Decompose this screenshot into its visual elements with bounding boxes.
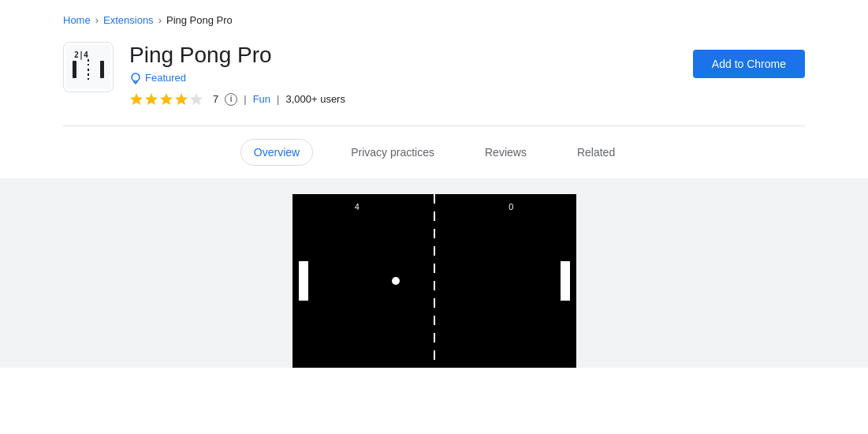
add-to-chrome-button[interactable]: Add to Chrome xyxy=(693,50,805,78)
content-area: 4 0 xyxy=(0,178,868,368)
users-count: 3,000+ users xyxy=(285,93,345,105)
svg-rect-3 xyxy=(69,61,73,65)
star-rating xyxy=(129,92,203,107)
svg-rect-2 xyxy=(73,61,76,78)
star-2 xyxy=(144,92,158,107)
extension-info: Ping Pong Pro Featured xyxy=(129,42,345,107)
breadcrumb-sep-2: › xyxy=(158,14,162,26)
svg-rect-6 xyxy=(104,61,108,65)
extension-icon: 2|4 xyxy=(63,42,114,92)
svg-marker-11 xyxy=(130,93,143,105)
svg-rect-7 xyxy=(104,74,108,78)
svg-rect-4 xyxy=(69,74,73,78)
score-right: 0 xyxy=(509,202,513,211)
tab-related[interactable]: Related xyxy=(564,140,628,165)
tab-reviews[interactable]: Reviews xyxy=(472,140,539,165)
svg-point-10 xyxy=(132,73,140,81)
svg-marker-14 xyxy=(175,93,188,105)
game-preview: 4 0 xyxy=(292,194,576,368)
svg-marker-15 xyxy=(190,93,203,105)
breadcrumb-home[interactable]: Home xyxy=(63,14,91,26)
breadcrumb: Home › Extensions › Ping Pong Pro xyxy=(0,0,868,26)
featured-label: Featured xyxy=(145,72,186,84)
extension-name: Ping Pong Pro xyxy=(129,42,345,69)
ext-header-left: 2|4 Ping Pong Pro xyxy=(63,42,345,107)
extension-meta: 7 i | Fun | 3,000+ users xyxy=(129,92,345,107)
extension-header: 2|4 Ping Pong Pro xyxy=(0,26,868,125)
star-4 xyxy=(174,92,188,107)
star-3 xyxy=(159,92,173,107)
extension-icon-svg: 2|4 xyxy=(66,45,110,89)
svg-text:2|4: 2|4 xyxy=(74,51,88,60)
svg-marker-13 xyxy=(160,93,173,105)
tab-overview[interactable]: Overview xyxy=(240,139,313,166)
rating-info-icon[interactable]: i xyxy=(225,93,237,106)
ball xyxy=(392,277,400,285)
tab-privacy[interactable]: Privacy practices xyxy=(338,140,447,165)
featured-icon xyxy=(129,72,142,84)
meta-separator-1: | xyxy=(244,93,246,105)
featured-badge: Featured xyxy=(129,72,345,84)
score-left: 4 xyxy=(355,202,359,211)
breadcrumb-sep-1: › xyxy=(95,14,99,26)
rating-count: 7 xyxy=(213,93,218,105)
breadcrumb-current: Ping Pong Pro xyxy=(166,14,233,26)
svg-marker-12 xyxy=(145,93,158,105)
svg-rect-5 xyxy=(100,61,104,78)
category-link[interactable]: Fun xyxy=(253,93,270,105)
tab-navigation: Overview Privacy practices Reviews Relat… xyxy=(0,126,868,178)
paddle-left xyxy=(299,261,308,301)
star-1 xyxy=(129,92,143,107)
paddle-right xyxy=(561,261,570,301)
meta-separator-2: | xyxy=(277,93,279,105)
star-5 xyxy=(189,92,203,107)
breadcrumb-extensions[interactable]: Extensions xyxy=(103,14,154,26)
